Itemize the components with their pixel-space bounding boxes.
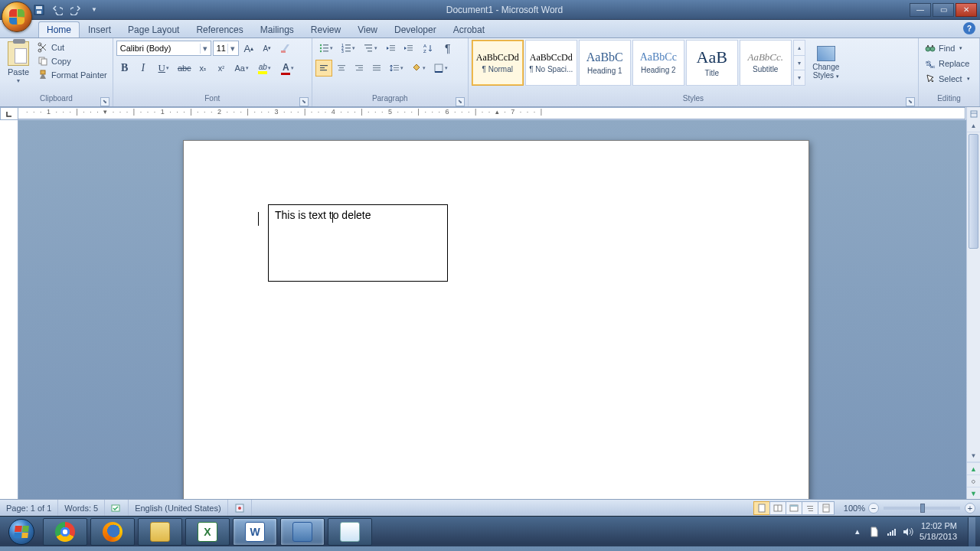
styles-more-button[interactable]: ▾ (794, 70, 805, 85)
tab-references[interactable]: References (188, 21, 251, 37)
minimize-button[interactable]: — (910, 3, 931, 17)
align-right-button[interactable] (351, 60, 368, 77)
tab-view[interactable]: View (349, 21, 386, 37)
font-color-button[interactable]: A▾ (277, 60, 299, 77)
styles-row-down[interactable]: ▾ (794, 56, 805, 71)
highlight-button[interactable]: ab▾ (254, 60, 276, 77)
tray-volume-icon[interactable] (903, 527, 913, 537)
change-case-button[interactable]: Aa▾ (231, 60, 253, 77)
grow-font-button[interactable]: A▴ (240, 40, 257, 57)
scroll-up-button[interactable]: ▲ (967, 120, 980, 132)
status-language[interactable]: English (United States) (129, 500, 228, 516)
zoom-slider[interactable] (884, 507, 960, 510)
view-draft[interactable] (818, 501, 835, 515)
help-icon[interactable]: ? (963, 22, 975, 34)
taskbar-excel[interactable]: X (185, 518, 230, 546)
taskbar-notepad[interactable] (328, 518, 372, 546)
tab-mailings[interactable]: Mailings (252, 21, 302, 37)
show-hide-button[interactable]: ¶ (439, 40, 456, 57)
vertical-ruler[interactable] (0, 120, 18, 499)
scroll-track[interactable] (967, 132, 980, 450)
save-icon[interactable] (32, 3, 46, 17)
font-size-combo[interactable]: 11▾ (213, 41, 239, 56)
tab-home[interactable]: Home (38, 21, 80, 37)
status-macro[interactable] (228, 500, 252, 516)
browse-prev[interactable]: ▲ (967, 462, 980, 474)
status-page[interactable]: Page: 1 of 1 (0, 500, 58, 516)
line-spacing-button[interactable]: ▾ (386, 60, 407, 77)
cut-button[interactable]: Cut (35, 41, 109, 54)
zoom-thumb[interactable] (920, 504, 925, 513)
taskbar-chrome[interactable] (43, 518, 87, 546)
paragraph-launcher[interactable]: ⬊ (456, 97, 465, 106)
taskbar-word[interactable]: W (233, 518, 277, 546)
style-title[interactable]: AaBTitle (686, 40, 738, 86)
tab-review[interactable]: Review (302, 21, 349, 37)
chevron-down-icon[interactable]: ▾ (200, 44, 211, 54)
paste-button[interactable]: Paste ▼ (3, 40, 34, 85)
horizontal-ruler[interactable]: · · · 1 · · · | · · · ▾ · · · | · · · 1 … (18, 107, 965, 119)
borders-button[interactable]: ▾ (430, 60, 452, 77)
style-no-spacing[interactable]: AaBbCcDd¶ No Spaci... (525, 40, 577, 86)
multilevel-list-button[interactable]: ▾ (360, 40, 381, 57)
styles-launcher[interactable]: ⬊ (906, 97, 915, 106)
style-normal[interactable]: AaBbCcDd¶ Normal (472, 40, 524, 86)
start-button[interactable] (2, 517, 41, 546)
superscript-button[interactable]: x² (213, 60, 230, 77)
close-button[interactable]: ✕ (956, 3, 977, 17)
chevron-down-icon[interactable]: ▾ (227, 44, 238, 54)
office-button[interactable] (2, 2, 32, 32)
numbering-button[interactable]: 123▾ (338, 40, 359, 57)
view-outline[interactable] (802, 501, 818, 515)
zoom-in-button[interactable]: + (965, 503, 975, 514)
taskbar-explorer[interactable] (138, 518, 182, 546)
tray-action-center-icon[interactable] (869, 527, 880, 537)
tray-show-hidden-icon[interactable]: ▴ (852, 527, 863, 537)
text-box[interactable]: This is text to delete (268, 204, 448, 282)
bullets-button[interactable]: ▾ (315, 40, 337, 57)
subscript-button[interactable]: x₂ (194, 60, 211, 77)
zoom-level[interactable]: 100% (841, 504, 868, 513)
ruler-toggle[interactable] (966, 107, 980, 120)
view-print-layout[interactable] (753, 501, 770, 515)
styles-row-up[interactable]: ▴ (794, 41, 805, 56)
bold-button[interactable]: B (116, 60, 133, 77)
copy-button[interactable]: Copy (35, 55, 109, 67)
shrink-font-button[interactable]: A▾ (259, 40, 276, 57)
scroll-down-button[interactable]: ▼ (967, 450, 980, 462)
italic-button[interactable]: I (135, 60, 152, 77)
undo-icon[interactable] (51, 3, 64, 17)
format-painter-button[interactable]: Format Painter (35, 69, 109, 81)
status-proofing[interactable] (105, 500, 129, 516)
font-name-combo[interactable]: Calibri (Body)▾ (116, 41, 211, 56)
clipboard-launcher[interactable]: ⬊ (100, 97, 109, 106)
scroll-thumb[interactable] (969, 134, 978, 249)
zoom-out-button[interactable]: − (868, 503, 879, 514)
clear-formatting-button[interactable] (277, 40, 294, 57)
tab-page-layout[interactable]: Page Layout (119, 21, 188, 37)
align-center-button[interactable] (333, 60, 350, 77)
page[interactable]: This is text to delete (183, 140, 809, 499)
qat-customize-icon[interactable]: ▼ (87, 3, 101, 17)
style-heading-1[interactable]: AaBbCHeading 1 (579, 40, 631, 86)
browse-next[interactable]: ▼ (967, 487, 980, 499)
tab-insert[interactable]: Insert (80, 21, 119, 37)
change-styles-button[interactable]: ChangeStyles ▾ (808, 40, 844, 86)
textbox-text[interactable]: This is text to delete (275, 209, 371, 221)
shading-button[interactable]: ▾ (408, 60, 430, 77)
strikethrough-button[interactable]: abc (176, 60, 193, 77)
view-full-screen[interactable] (769, 501, 786, 515)
tray-network-icon[interactable] (886, 527, 897, 537)
style-subtitle[interactable]: AaBbCc.Subtitle (740, 40, 792, 86)
underline-button[interactable]: U▾ (153, 60, 175, 77)
tab-developer[interactable]: Developer (386, 21, 445, 37)
show-desktop-button[interactable] (968, 517, 975, 546)
increase-indent-button[interactable] (400, 40, 416, 57)
tab-acrobat[interactable]: Acrobat (445, 21, 493, 37)
justify-button[interactable] (368, 60, 385, 77)
status-words[interactable]: Words: 5 (58, 500, 105, 516)
maximize-button[interactable]: ▭ (933, 3, 954, 17)
document-viewport[interactable]: This is text to delete (18, 120, 966, 499)
redo-icon[interactable] (69, 3, 83, 17)
style-heading-2[interactable]: AaBbCcHeading 2 (632, 40, 684, 86)
